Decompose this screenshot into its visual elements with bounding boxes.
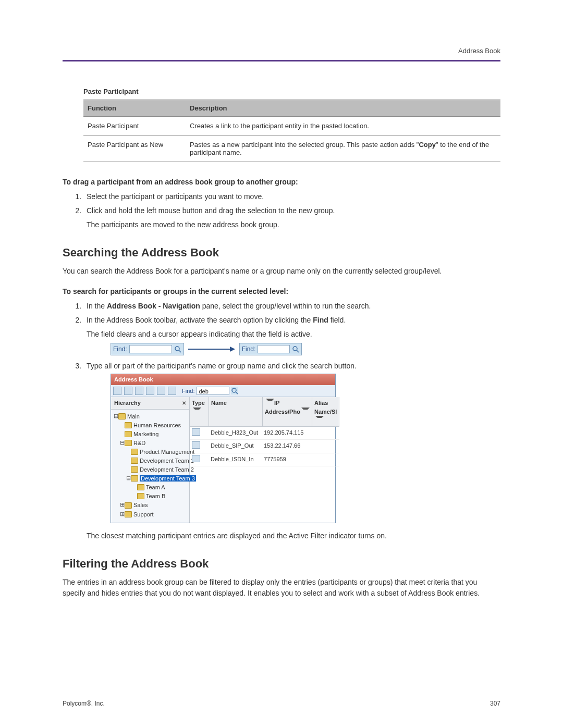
search-icon[interactable] (292, 346, 299, 353)
filter-icon[interactable] (193, 408, 201, 414)
toolbar-button[interactable] (168, 387, 176, 395)
step: In the Address Book toolbar, activate th… (83, 315, 500, 355)
page-number: 307 (490, 700, 500, 707)
find-input[interactable] (129, 345, 172, 353)
filter-icon[interactable] (301, 408, 310, 414)
tree-item[interactable]: ⊟R&D (113, 438, 187, 447)
tree-item[interactable]: Product Management (113, 447, 187, 456)
col-alias[interactable]: Alias Name/SI (312, 397, 339, 426)
svg-line-5 (236, 392, 238, 394)
svg-line-3 (297, 350, 299, 352)
footer-left: Polycom®, Inc. (63, 700, 105, 707)
find-label: Find: (182, 387, 194, 396)
toolbar-button[interactable] (146, 387, 154, 395)
search-icon[interactable] (231, 387, 238, 394)
step: Select the participant or participants y… (83, 191, 500, 202)
find-input[interactable]: deb (197, 387, 229, 395)
tree-item-selected[interactable]: ⊟Development Team 3 (113, 474, 187, 483)
drag-heading: To drag a participant from an address bo… (63, 178, 500, 186)
col-ip[interactable]: IP Address/Pho (263, 397, 312, 426)
paste-participant-table: Function Description Paste Participant C… (83, 100, 500, 162)
step-result: The field clears and a cursor appears in… (87, 329, 500, 340)
address-book-screenshot: Address Book Find: deb (111, 374, 336, 523)
search-icon[interactable] (174, 346, 181, 353)
col-type[interactable]: Type (190, 397, 209, 426)
filtering-intro: The entries in an address book group can… (63, 577, 500, 599)
participant-icon (192, 428, 200, 436)
table-caption: Paste Participant (83, 88, 500, 95)
window-title: Address Book (111, 374, 335, 385)
header-rule (63, 60, 500, 61)
search-steps: In the Address Book - Navigation pane, s… (73, 301, 500, 541)
cell-function: Paste Participant (83, 117, 186, 135)
tree-item[interactable]: Marketing (113, 429, 187, 438)
find-input[interactable] (258, 345, 290, 353)
step: Type all or part of the participant's na… (83, 361, 500, 541)
list-item[interactable]: Debbie_H323_Out 192.205.74.115 (190, 427, 339, 440)
table-row: Paste Participant as New Pastes as a new… (83, 135, 500, 162)
svg-point-2 (293, 347, 297, 351)
pin-icon[interactable]: ✕ (182, 399, 186, 407)
svg-point-0 (175, 347, 179, 351)
col-name[interactable]: Name (209, 397, 263, 426)
toolbar-button[interactable] (135, 387, 143, 395)
tree-item[interactable]: ⊞Sales (113, 500, 187, 509)
page-footer: Polycom®, Inc. 307 (63, 700, 500, 707)
arrow-icon (188, 347, 235, 352)
search-subheading: To search for participants or groups in … (63, 287, 500, 295)
tree-item[interactable]: ⊞Support (113, 510, 187, 519)
table-row: Paste Participant Creates a link to the … (83, 117, 500, 135)
filtering-heading: Filtering the Address Book (63, 557, 500, 571)
col-description: Description (186, 100, 500, 117)
svg-point-4 (232, 388, 236, 392)
filter-icon[interactable] (266, 399, 274, 405)
step: In the Address Book - Navigation pane, s… (83, 301, 500, 312)
results-list: Type Name IP Address/Pho Alias Name/SI D… (190, 397, 339, 523)
hierarchy-tree: ⊟Main Human Resources Marketing ⊟R&D Pro… (111, 410, 189, 519)
nav-heading: Hierarchy (114, 399, 141, 408)
searching-heading: Searching the Address Book (63, 246, 500, 260)
find-box-active[interactable]: Find: (239, 343, 302, 355)
filter-icon[interactable] (315, 416, 324, 422)
find-box-inactive[interactable]: Find: (111, 343, 184, 355)
searching-intro: You can search the Address Book for a pa… (63, 266, 500, 277)
address-book-toolbar: Find: deb (111, 385, 335, 398)
participant-icon (192, 441, 200, 449)
step-result: The closest matching participant entries… (87, 530, 500, 541)
list-item[interactable]: Debbie_SIP_Out 153.22.147.66 (190, 440, 339, 453)
drag-steps: Select the participant or participants y… (73, 191, 500, 230)
svg-line-1 (179, 350, 181, 352)
cell-description: Creates a link to the participant entity… (186, 117, 500, 135)
find-label: Find: (242, 344, 256, 354)
navigation-pane: Hierarchy ✕ ⊟Main Human Resources Market… (111, 397, 190, 523)
col-function: Function (83, 100, 186, 117)
tree-item[interactable]: Human Resources (113, 421, 187, 429)
step: Click and hold the left mouse button and… (83, 205, 500, 230)
list-item[interactable]: Debbie_ISDN_In 7775959 (190, 453, 339, 467)
toolbar-button[interactable] (113, 387, 121, 395)
tree-item[interactable]: Team A (113, 483, 187, 491)
participant-icon (192, 455, 200, 462)
toolbar-button[interactable] (157, 387, 165, 395)
tree-item[interactable]: Development Team 2 (113, 465, 187, 474)
tree-item[interactable]: Team B (113, 491, 187, 500)
step-result: The participants are moved to the new ad… (87, 219, 500, 230)
toolbar-button[interactable] (124, 387, 132, 395)
find-illustration: Find: Find: (111, 343, 500, 355)
tree-item[interactable]: Development Team 1 (113, 456, 187, 465)
find-label: Find: (113, 344, 127, 354)
running-head: Address Book (63, 47, 500, 55)
cell-function: Paste Participant as New (83, 135, 186, 162)
tree-item[interactable]: ⊟Main (113, 412, 187, 421)
cell-description: Pastes as a new participant into the sel… (186, 135, 500, 162)
